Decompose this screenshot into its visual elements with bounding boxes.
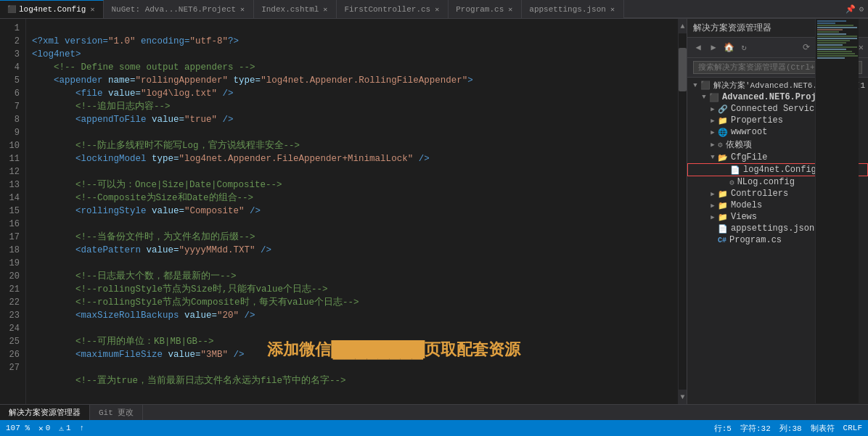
folder-icon: 📁 [718, 213, 728, 222]
expand-icon: ▶ [708, 141, 718, 149]
close-icon[interactable]: ✕ [322, 4, 329, 15]
se-item-label: appsettings.json [731, 223, 814, 234]
close-icon[interactable]: ✕ [609, 4, 616, 15]
sync-btn[interactable]: ⟳ [800, 41, 813, 54]
tab-label: Program.cs [456, 5, 504, 14]
expand-icon: ▼ [699, 94, 709, 101]
wwwroot-icon: 🌐 [718, 128, 728, 137]
settings-icon[interactable]: ⚙ [859, 4, 864, 14]
close-icon[interactable]: ✕ [433, 4, 441, 15]
scroll-down[interactable]: ▼ [679, 390, 687, 404]
cs-file-icon: C# [718, 236, 726, 244]
tab-spacer [624, 0, 841, 18]
expand-icon: ▶ [708, 213, 718, 221]
tab-bar: ⬛ log4net.Config ✕ NuGet: Adva...NET6.Pr… [0, 0, 868, 19]
se-item-label: Connected Services [731, 104, 825, 114]
tab-nuget[interactable]: NuGet: Adva...NET6.Project ✕ [104, 0, 254, 18]
error-num: 0 [46, 424, 51, 432]
expand-icon: ▶ [708, 105, 718, 113]
se-item-label: NLog.config [737, 177, 795, 187]
home-btn[interactable]: 🏠 [722, 41, 735, 54]
solution-icon: ⬛ [700, 81, 711, 90]
folder-icon: 📁 [718, 116, 728, 126]
expand-icon: ▶ [708, 128, 718, 136]
status-bar: 107 % ✕ 0 ⚠ 1 ↑ 行:5 字符:32 列:38 制表符 CRLF [0, 420, 868, 436]
project-icon: ⬛ [709, 93, 719, 102]
tab-solution-explorer[interactable]: 解决方案资源管理器 [0, 405, 90, 420]
scroll-track[interactable] [679, 33, 687, 390]
status-left: 107 % ✕ 0 ⚠ 1 ↑ [6, 424, 84, 433]
tab-label: log4net.Config [19, 5, 86, 14]
deps-icon: ⚙ [718, 140, 723, 149]
close-icon[interactable]: ✕ [507, 4, 514, 15]
connected-services-icon: 🔗 [718, 104, 728, 114]
bottom-tabs: 解决方案资源管理器 Git 更改 [0, 404, 868, 420]
se-item-label: Views [731, 212, 757, 222]
pin-icon[interactable]: 📌 [846, 4, 856, 14]
tab-appsettings[interactable]: appsettings.json ✕ [522, 0, 624, 18]
folder-icon: 📁 [718, 201, 728, 210]
vertical-scrollbar[interactable]: ▲ ▼ [678, 19, 687, 404]
line-indicator: 行:5 [714, 423, 732, 434]
close-panel-icon[interactable]: ✕ [859, 42, 864, 53]
expand-icon: ▼ [708, 154, 718, 161]
tab-label: FirstController.cs [344, 5, 430, 14]
status-right: 行:5 字符:32 列:38 制表符 CRLF [714, 423, 862, 434]
tab-icon-xml: ⬛ [7, 5, 16, 14]
code-content[interactable]: <?xml version="1.0" encoding="utf-8"?> <… [26, 19, 678, 404]
editor-area: 12345 678910 1112131415 1617181920 21222… [0, 19, 687, 404]
expand-icon: ▼ [690, 82, 700, 89]
se-item-label: log4net.Config [743, 165, 816, 175]
se-item-label: Program.cs [729, 235, 782, 245]
tab-git-changes[interactable]: Git 更改 [90, 405, 143, 420]
error-icon: ✕ [38, 424, 44, 433]
expand-icon: ▶ [708, 202, 718, 210]
se-item-label: wwwroot [731, 127, 767, 137]
info-count: ↑ [79, 424, 84, 432]
warning-count: ⚠ 1 [59, 424, 70, 433]
back-btn[interactable]: ◀ [692, 41, 705, 54]
warning-num: 1 [66, 424, 71, 432]
app-container: ⬛ log4net.Config ✕ NuGet: Adva...NET6.Pr… [0, 0, 868, 436]
se-item-label: Controllers [731, 189, 788, 199]
expand-icon: ▶ [708, 117, 718, 125]
se-item-label: Models [731, 200, 762, 210]
zoom-level: 107 % [6, 424, 30, 432]
scroll-thumb[interactable] [679, 48, 687, 91]
line-numbers: 12345 678910 1112131415 1617181920 21222… [0, 19, 26, 404]
close-icon[interactable]: ✕ [239, 4, 246, 15]
tab-first-controller[interactable]: FirstController.cs ✕ [337, 0, 449, 18]
code-editor[interactable]: 12345 678910 1112131415 1617181920 21222… [0, 19, 687, 404]
close-icon[interactable]: ✕ [89, 4, 96, 15]
xml-file-icon: 📄 [730, 165, 740, 175]
tab-label: appsettings.json [529, 5, 606, 14]
se-item-label: CfgFile [731, 152, 767, 163]
warning-icon: ⚠ [59, 424, 64, 433]
forward-btn[interactable]: ▶ [707, 41, 720, 54]
nlog-file-icon: ⚙ [729, 178, 734, 187]
folder-icon: 📁 [718, 189, 728, 199]
folder-open-icon: 📂 [718, 153, 728, 163]
tab-label: Index.cshtml [261, 5, 319, 14]
editor-actions: 📌 ⚙ [841, 0, 868, 18]
bottom-bar: 解决方案资源管理器 Git 更改 107 % ✕ 0 ⚠ 1 ↑ 行:5 字符:… [0, 404, 868, 436]
scroll-up[interactable]: ▲ [679, 19, 687, 33]
col-indicator: 字符:32 [740, 423, 771, 434]
tab-index-cshtml[interactable]: Index.cshtml ✕ [254, 0, 337, 18]
expand-icon: ▶ [708, 190, 718, 198]
tab-label: NuGet: Adva...NET6.Project [111, 5, 236, 14]
tab-program-cs[interactable]: Program.cs ✕ [449, 0, 522, 18]
main-area: 12345 678910 1112131415 1617181920 21222… [0, 19, 868, 404]
json-file-icon: 📄 [718, 224, 728, 234]
tab-log4net-config[interactable]: ⬛ log4net.Config ✕ [0, 0, 104, 18]
pos-indicator: 列:38 [779, 423, 802, 434]
se-item-label: Properties [731, 115, 783, 126]
error-count: ✕ 0 [38, 424, 50, 433]
refresh-btn[interactable]: ↻ [737, 41, 750, 54]
se-item-label: 依赖项 [726, 139, 752, 151]
line-ending-indicator: CRLF [843, 424, 862, 432]
tab-size-indicator: 制表符 [811, 423, 835, 434]
